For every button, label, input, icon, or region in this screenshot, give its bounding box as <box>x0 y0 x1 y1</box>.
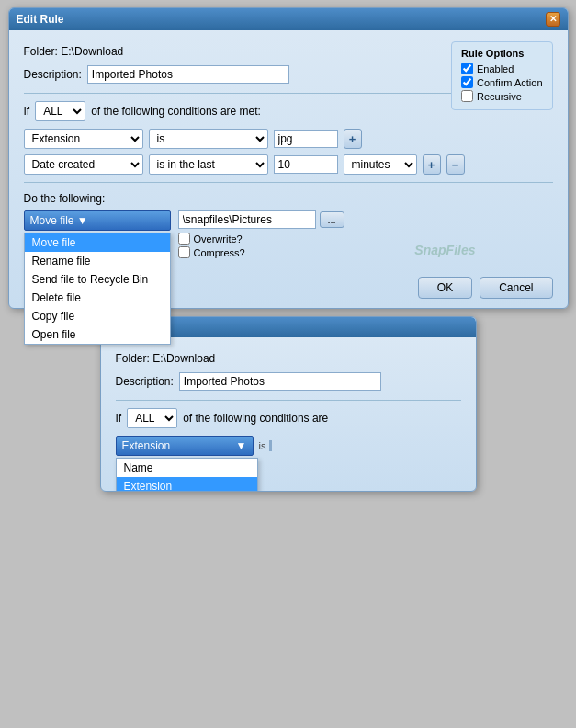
rule-options-panel: Rule Options Enabled Confirm Action Recu… <box>451 41 553 110</box>
desc-label: Description: <box>24 68 82 81</box>
d2-if-label: If <box>116 412 122 425</box>
compress-row: Compress? <box>178 246 344 258</box>
cond2-unit-select[interactable]: minutes hours days <box>344 154 417 175</box>
d2-condition-row: Extension ▼ Name Extension Size Date las… <box>116 436 461 456</box>
compress-checkbox[interactable] <box>178 246 190 258</box>
compress-label: Compress? <box>194 247 245 258</box>
cond2-field-select[interactable]: Date created Extension Name Size Date la… <box>24 154 143 175</box>
d2-field-label: Extension <box>122 439 171 452</box>
d2-folder-row: Folder: E:\Download <box>116 352 461 365</box>
confirm-label: Confirm Action <box>477 77 543 88</box>
cond2-plus-button[interactable]: + <box>423 154 441 175</box>
browse-button[interactable]: ... <box>320 211 344 228</box>
overwrite-row: Overwrite? <box>178 233 344 245</box>
action-select[interactable]: Move file ▼ <box>24 210 171 231</box>
cond1-field-select[interactable]: Extension Name Size Date last modified D… <box>24 129 143 149</box>
d2-chevron-icon: ▼ <box>236 439 247 452</box>
cond2-val-input[interactable] <box>274 155 338 174</box>
confirm-row: Confirm Action <box>461 76 543 88</box>
dest-input-row: ... <box>178 210 344 229</box>
dest-checks: Overwrite? Compress? <box>178 233 344 258</box>
d2-folder-label: Folder: <box>116 352 150 365</box>
enabled-checkbox[interactable] <box>461 63 473 74</box>
separator-2 <box>24 182 553 183</box>
condition-row-2: Date created Extension Name Size Date la… <box>24 154 553 175</box>
d2-desc-row: Description: <box>116 372 461 391</box>
enabled-row: Enabled <box>461 63 543 74</box>
d2-field-extension[interactable]: Extension <box>117 477 257 492</box>
cond1-plus-button[interactable]: + <box>344 129 362 149</box>
if-label: If <box>24 105 30 118</box>
dialog-body-1: Rule Options Enabled Confirm Action Recu… <box>9 30 568 271</box>
folder-value: E:\Download <box>61 45 123 58</box>
action-dropdown-menu: Move file Rename file Send file to Recyc… <box>24 233 171 345</box>
desc-input[interactable] <box>87 65 289 84</box>
d2-conditions-suffix: of the following conditions are <box>183 412 328 425</box>
cond1-op-select[interactable]: is is not contains <box>149 129 268 149</box>
d2-field-name[interactable]: Name <box>117 459 257 477</box>
d2-desc-label: Description: <box>116 375 174 388</box>
d2-separator-1 <box>116 400 461 401</box>
dest-input[interactable] <box>178 210 316 229</box>
cond1-val-input[interactable] <box>274 130 338 148</box>
ok-button[interactable]: OK <box>418 277 472 299</box>
action-select-label: Move file <box>30 214 74 227</box>
dest-row: ... Overwrite? Compress? <box>178 210 344 258</box>
recursive-label: Recursive <box>477 91 522 102</box>
d2-field-select[interactable]: Extension ▼ <box>116 436 254 456</box>
d2-field-dropdown-wrap: Extension ▼ Name Extension Size Date las… <box>116 436 254 456</box>
folder-label: Folder: <box>24 45 58 58</box>
conditions-suffix: of the following conditions are met: <box>91 105 261 118</box>
overwrite-label: Overwrite? <box>194 233 243 245</box>
edit-rule-dialog-1: Edit Rule ✕ Rule Options Enabled Confirm… <box>8 7 569 309</box>
separator-1 <box>24 93 451 94</box>
action-item-rename[interactable]: Rename file <box>25 252 170 270</box>
d2-op-truncated: is <box>259 440 273 451</box>
recursive-row: Recursive <box>461 90 543 102</box>
d2-field-dropdown-menu: Name Extension Size Date last modified D… <box>116 458 258 492</box>
dialog2-body: Folder: E:\Download Description: If ALL … <box>101 337 476 491</box>
rule-options-title: Rule Options <box>461 48 543 59</box>
cond2-op-select[interactable]: is in the last is before after <box>149 154 268 175</box>
dialog-title-1: Edit Rule <box>17 13 64 26</box>
cancel-button[interactable]: Cancel <box>480 277 552 299</box>
all-select[interactable]: ALL ANY <box>35 101 85 121</box>
action-item-copy[interactable]: Copy file <box>25 307 170 325</box>
condition-row-1: Extension Name Size Date last modified D… <box>24 129 553 149</box>
overwrite-checkbox[interactable] <box>178 233 190 245</box>
cond2-minus-button[interactable]: − <box>446 154 465 175</box>
action-item-recycle[interactable]: Send file to Recycle Bin <box>25 270 170 289</box>
desc-row: Description: <box>24 65 451 84</box>
d2-if-row: If ALL ANY of the following conditions a… <box>116 408 461 428</box>
action-item-open[interactable]: Open file <box>25 325 170 344</box>
recursive-checkbox[interactable] <box>461 90 473 102</box>
action-item-delete[interactable]: Delete file <box>25 289 170 307</box>
d2-folder-value: E:\Download <box>152 352 215 365</box>
enabled-label: Enabled <box>477 63 514 74</box>
close-button-1[interactable]: ✕ <box>546 12 560 27</box>
action-dropdown-wrap: Move file ▼ Move file Rename file Send f… <box>24 210 171 231</box>
if-row: If ALL ANY of the following conditions a… <box>24 101 451 121</box>
confirm-checkbox[interactable] <box>461 76 473 88</box>
d2-all-select[interactable]: ALL ANY <box>127 408 177 428</box>
do-label: Do the following: <box>24 192 553 205</box>
action-item-move[interactable]: Move file <box>25 233 170 252</box>
watermark: SnapFiles <box>414 243 475 257</box>
dialog-titlebar-1: Edit Rule ✕ <box>9 8 568 30</box>
d2-desc-input[interactable] <box>179 372 381 391</box>
